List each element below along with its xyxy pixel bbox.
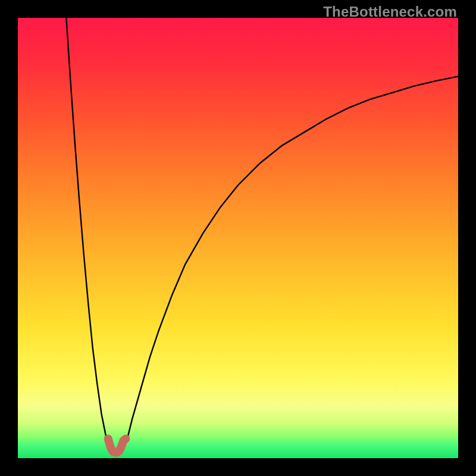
watermark-text: TheBottleneck.com <box>323 4 457 20</box>
chart-frame: TheBottleneck.com <box>0 0 476 476</box>
curve-right-branch <box>124 76 458 449</box>
dip-marker <box>108 439 126 452</box>
curve-layer <box>18 18 458 458</box>
curve-left-branch <box>66 18 110 449</box>
plot-area <box>18 18 458 458</box>
